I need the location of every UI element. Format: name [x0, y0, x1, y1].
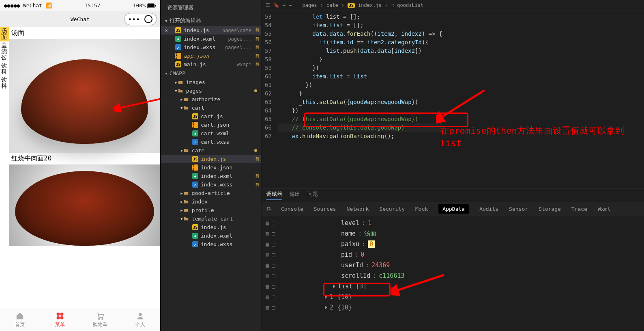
appdata-list-row[interactable]: ▦▢ list [3] — [266, 281, 640, 292]
capsule-button[interactable]: ••• — [124, 13, 157, 25]
tab-wxml[interactable]: Wxml — [598, 206, 610, 212]
open-editor-item[interactable]: JSmain.js wxapi M — [161, 60, 261, 69]
tab-problems[interactable]: 问题 — [307, 190, 318, 200]
grid-icon[interactable]: ▦ — [266, 272, 269, 279]
folder-item[interactable]: ▸ good-article — [161, 189, 261, 197]
grid-icon[interactable]: ▦ — [266, 240, 269, 248]
tab-console[interactable]: Console — [281, 206, 303, 212]
grid-icon[interactable]: ▦ — [266, 251, 269, 258]
tab-trace[interactable]: Trace — [571, 206, 587, 212]
tab-audits[interactable]: Audits — [479, 206, 498, 212]
folder-item[interactable]: ▾ template-cart — [161, 214, 261, 223]
file-item[interactable]: JSindex.js M — [161, 155, 261, 163]
file-label: index.json — [201, 164, 232, 171]
svg-rect-6 — [57, 316, 60, 319]
tab-menu[interactable]: 菜单 — [40, 308, 80, 331]
file-item[interactable]: ⟋cart.wxss — [161, 138, 261, 146]
devtools-tabs[interactable]: ⎘ Console Sources Network Security Mock … — [262, 202, 644, 216]
appdata-row[interactable]: ▦▢ userId: 24369 — [266, 260, 640, 270]
grid-icon[interactable]: ▦ — [266, 219, 269, 227]
grid-icon[interactable]: ▦ — [266, 230, 269, 237]
tab-output[interactable]: 输出 — [290, 190, 300, 200]
appdata-row[interactable]: ▦▢ scrollId: c116613 — [266, 270, 640, 281]
appdata-row[interactable]: ▦▢ paixu: 0 — [266, 239, 640, 249]
appdata-row[interactable]: ▦▢ name: 汤面 — [266, 228, 640, 239]
file-item[interactable]: ⟋index.wxss M — [161, 180, 261, 189]
wxss-file-icon: ⟋ — [192, 241, 198, 247]
debugger-tabs[interactable]: 调试器 输出 问题 — [262, 189, 644, 202]
svg-line-11 — [439, 90, 485, 119]
devtools-toggle-icon[interactable]: ⎘ — [267, 206, 270, 212]
food-name: 汤面 — [9, 27, 160, 39]
back-icon[interactable]: ← — [283, 2, 286, 8]
tab-cart[interactable]: 购物车 — [80, 308, 120, 331]
svg-rect-4 — [57, 312, 60, 315]
tab-storage[interactable]: Storage — [539, 206, 561, 212]
tab-network[interactable]: Network — [347, 206, 369, 212]
open-editor-item[interactable]: ⟋index.wxss pages\... M — [161, 43, 261, 52]
box-icon[interactable]: ▢ — [272, 251, 275, 258]
box-icon[interactable]: ▢ — [272, 230, 275, 237]
tab-appdata[interactable]: AppData — [438, 204, 469, 214]
open-editor-item[interactable]: × JSindex.js pages\cate M — [161, 26, 261, 35]
food-list[interactable]: 汤面 红烧牛肉面20 — [9, 27, 160, 308]
open-editor-item[interactable]: { }app.json M — [161, 52, 261, 60]
folder-item[interactable]: ▾ cate — [161, 146, 261, 155]
file-item[interactable]: JScart.js — [161, 112, 261, 121]
category-sidebar[interactable]: 汤面 盖浇饭 饮料 饮料 — [0, 27, 9, 308]
folder-item[interactable]: ▸ index — [161, 197, 261, 206]
category-item[interactable]: 饮料 — [0, 76, 9, 90]
svg-rect-2 — [155, 5, 156, 6]
box-icon[interactable]: ▢ — [272, 272, 275, 279]
annotation-arrow-icon — [391, 273, 448, 301]
category-selected[interactable]: 汤面 — [0, 27, 9, 41]
file-item[interactable]: ◆index.wxml — [161, 231, 261, 240]
tab-profile[interactable]: 个人 — [120, 308, 160, 331]
tab-sensor[interactable]: Sensor — [509, 206, 528, 212]
file-item[interactable]: ⟋index.wxss — [161, 240, 261, 249]
folder-item[interactable]: ▸ profile — [161, 206, 261, 214]
open-editors-header[interactable]: ▾打开的编辑器 — [161, 15, 261, 26]
tab-mock[interactable]: Mock — [415, 206, 428, 212]
open-editor-item[interactable]: ◆index.wxml pages... M — [161, 35, 261, 43]
appdata-subrow[interactable]: ▦▢ 2 {10} — [266, 302, 640, 313]
grid-icon[interactable]: ▦ — [266, 262, 269, 269]
tab-debugger[interactable]: 调试器 — [266, 190, 282, 200]
phone-navbar: WeChat ••• — [0, 11, 160, 27]
code-editor[interactable]: 535455565758596061626364656667 let list … — [262, 11, 644, 188]
file-label: cart.json — [201, 122, 229, 128]
forward-icon[interactable]: → — [289, 2, 292, 8]
food-image — [9, 164, 160, 246]
close-icon[interactable]: × — [165, 27, 168, 33]
file-item[interactable]: { }cart.json — [161, 121, 261, 129]
breadcrumb[interactable]: ☰ 🔖 ← → pages› cate› JS index.js› ⬚goods… — [262, 0, 644, 11]
tab-home[interactable]: 首页 — [0, 308, 40, 331]
project-header[interactable]: ▾CMAPP — [161, 69, 261, 78]
box-icon[interactable]: ▢ — [272, 219, 275, 227]
category-item[interactable]: 盖浇饭 — [0, 41, 9, 62]
folder-item[interactable]: ▾ pages — [161, 87, 261, 95]
file-item[interactable]: ◆cart.wxml — [161, 129, 261, 138]
appdata-row[interactable]: ▦▢ pid: 0 — [266, 249, 640, 260]
folder-item[interactable]: ▸ authorize — [161, 95, 261, 104]
file-item[interactable]: JSindex.js — [161, 223, 261, 231]
category-item[interactable]: 饮料 — [0, 62, 9, 76]
chevron-icon: ▸ — [174, 79, 178, 85]
box-icon[interactable]: ▢ — [272, 262, 275, 269]
js-file-icon: JS — [175, 27, 181, 33]
bookmark-icon[interactable]: 🔖 — [273, 2, 279, 8]
file-label: index.js — [201, 224, 226, 230]
appdata-row[interactable]: ▦▢ level: 1 — [266, 218, 640, 228]
tab-security[interactable]: Security — [379, 206, 405, 212]
tab-sources[interactable]: Sources — [314, 206, 336, 212]
box-icon[interactable]: ▢ — [272, 240, 275, 248]
wxml-file-icon: ◆ — [192, 173, 198, 179]
appdata-tree[interactable]: ▦▢ level: 1 ▦▢ name: 汤面 ▦▢ paixu: 0 ▦▢ p… — [262, 216, 644, 331]
file-item[interactable]: ◆index.wxml M — [161, 172, 261, 180]
file-item[interactable]: { }index.json — [161, 163, 261, 172]
appdata-subrow[interactable]: ▦▢ 1 {10} — [266, 292, 640, 302]
file-label: cart.wxml — [201, 130, 229, 136]
settings-icon[interactable]: ☰ — [266, 2, 270, 8]
folder-item[interactable]: ▸ images — [161, 78, 261, 87]
folder-item[interactable]: ▾ cart — [161, 104, 261, 112]
